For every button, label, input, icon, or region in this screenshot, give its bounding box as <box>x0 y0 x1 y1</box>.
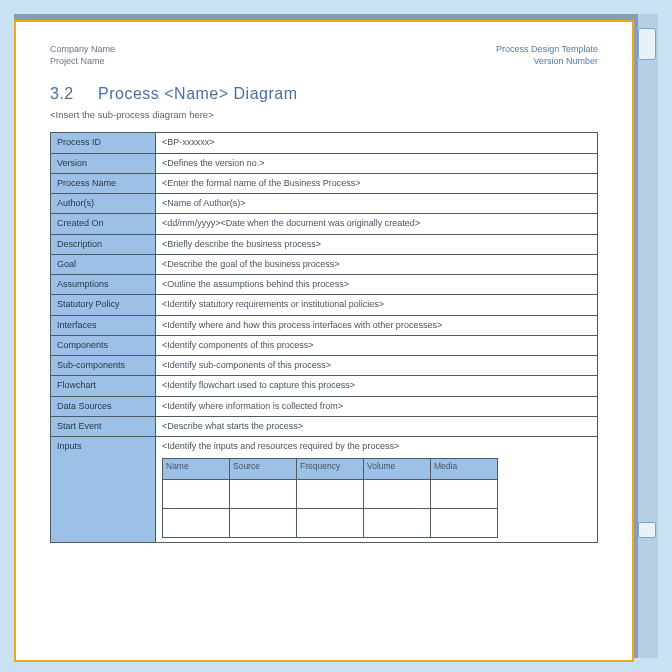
inputs-desc: <Identify the inputs and resources requi… <box>162 441 399 451</box>
inner-cell <box>431 480 498 509</box>
table-row: Author(s)<Name of Author(s)> <box>51 194 598 214</box>
document-page: Company Name Project Name Process Design… <box>16 22 632 553</box>
header-right-line1: Process Design Template <box>496 44 598 54</box>
table-row: Goal<Describe the goal of the business p… <box>51 254 598 274</box>
inner-cell <box>163 480 230 509</box>
table-row: Created On<dd/mm/yyyy><Date when the doc… <box>51 214 598 234</box>
table-row: Assumptions<Outline the assumptions behi… <box>51 275 598 295</box>
row-value: <Defines the version no.> <box>156 153 598 173</box>
process-table-body: Process ID<BP-xxxxxx> Version<Defines th… <box>51 133 598 543</box>
browse-object-button[interactable] <box>638 522 656 538</box>
inputs-row: Inputs <Identify the inputs and resource… <box>51 437 598 543</box>
section-number: 3.2 <box>50 85 80 103</box>
row-label: Version <box>51 153 156 173</box>
inner-col: Volume <box>364 459 431 480</box>
table-row: Start Event<Describe what starts the pro… <box>51 416 598 436</box>
table-row: Version<Defines the version no.> <box>51 153 598 173</box>
row-label: Created On <box>51 214 156 234</box>
table-row: Process Name<Enter the formal name of th… <box>51 173 598 193</box>
table-row: Interfaces<Identify where and how this p… <box>51 315 598 335</box>
inner-header-row: Name Source Frequency Volume Media <box>163 459 498 480</box>
header-left-line2: Project Name <box>50 56 105 66</box>
table-row: Description<Briefly describe the busines… <box>51 234 598 254</box>
row-label: Process ID <box>51 133 156 153</box>
process-table: Process ID<BP-xxxxxx> Version<Defines th… <box>50 132 598 543</box>
section-subtitle: <Insert the sub-process diagram here> <box>50 109 598 120</box>
header-left: Company Name Project Name <box>50 44 115 67</box>
app-frame: Company Name Project Name Process Design… <box>0 0 672 672</box>
table-row: Data Sources<Identify where information … <box>51 396 598 416</box>
header-right: Process Design Template Version Number <box>496 44 598 67</box>
scroll-thumb[interactable] <box>638 28 656 60</box>
inner-cell <box>297 480 364 509</box>
row-value: <Describe what starts the process> <box>156 416 598 436</box>
row-value: <Enter the formal name of the Business P… <box>156 173 598 193</box>
inner-cell <box>364 509 431 538</box>
section-title: 3.2 Process <Name> Diagram <box>50 85 598 103</box>
row-label: Goal <box>51 254 156 274</box>
row-value: <Identify statutory requirements or inst… <box>156 295 598 315</box>
row-value: <dd/mm/yyyy><Date when the document was … <box>156 214 598 234</box>
page-header: Company Name Project Name Process Design… <box>50 44 598 67</box>
row-value: <Identify components of this process> <box>156 335 598 355</box>
header-right-line2: Version Number <box>533 56 598 66</box>
row-value: <Outline the assumptions behind this pro… <box>156 275 598 295</box>
row-label: Start Event <box>51 416 156 436</box>
table-row: Sub-components<Identify sub-components o… <box>51 356 598 376</box>
inner-col: Frequency <box>297 459 364 480</box>
row-value: <Name of Author(s)> <box>156 194 598 214</box>
inner-cell <box>163 509 230 538</box>
inputs-inner-table: Name Source Frequency Volume Media <box>162 458 498 538</box>
inner-cell <box>364 480 431 509</box>
inputs-cell: <Identify the inputs and resources requi… <box>156 437 598 543</box>
table-row: Statutory Policy<Identify statutory requ… <box>51 295 598 315</box>
row-value: <BP-xxxxxx> <box>156 133 598 153</box>
row-label: Components <box>51 335 156 355</box>
inner-empty-row <box>163 509 498 538</box>
row-value: <Identify flowchart used to capture this… <box>156 376 598 396</box>
row-label: Data Sources <box>51 396 156 416</box>
table-row: Flowchart<Identify flowchart used to cap… <box>51 376 598 396</box>
row-label: Author(s) <box>51 194 156 214</box>
header-left-line1: Company Name <box>50 44 115 54</box>
row-value: <Identify where and how this process int… <box>156 315 598 335</box>
row-label: Statutory Policy <box>51 295 156 315</box>
table-row: Components<Identify components of this p… <box>51 335 598 355</box>
row-value: <Identify where information is collected… <box>156 396 598 416</box>
inner-cell <box>230 480 297 509</box>
row-value: <Briefly describe the business process> <box>156 234 598 254</box>
inner-cell <box>230 509 297 538</box>
vertical-scrollbar[interactable] <box>638 14 658 658</box>
page-edge: Company Name Project Name Process Design… <box>14 20 634 662</box>
row-label: Assumptions <box>51 275 156 295</box>
row-label: Flowchart <box>51 376 156 396</box>
inner-col: Source <box>230 459 297 480</box>
row-label: Interfaces <box>51 315 156 335</box>
row-label: Process Name <box>51 173 156 193</box>
inner-cell <box>297 509 364 538</box>
table-row: Process ID<BP-xxxxxx> <box>51 133 598 153</box>
inner-col: Media <box>431 459 498 480</box>
inner-col: Name <box>163 459 230 480</box>
inner-cell <box>431 509 498 538</box>
row-label: Sub-components <box>51 356 156 376</box>
row-value: <Describe the goal of the business proce… <box>156 254 598 274</box>
row-value: <Identify sub-components of this process… <box>156 356 598 376</box>
row-label: Description <box>51 234 156 254</box>
section-title-text: Process <Name> Diagram <box>98 85 298 103</box>
inner-empty-row <box>163 480 498 509</box>
row-label: Inputs <box>51 437 156 543</box>
